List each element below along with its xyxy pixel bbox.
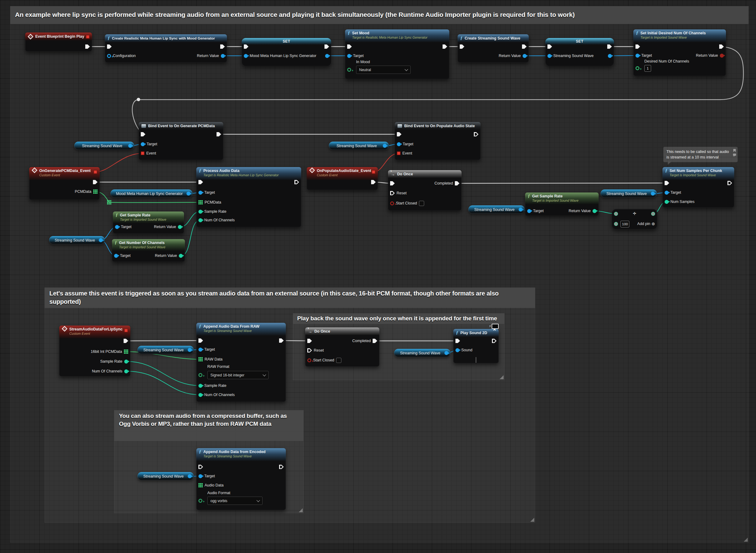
exec-in-pin[interactable]	[547, 43, 552, 51]
node-set-streaming-sound-wave-variable[interactable]: SET Streaming Sound Wave	[545, 38, 614, 66]
node-on-generate-pcmdata-event[interactable]: OnGeneratePCMData_EventCustom Event PCMD…	[29, 167, 100, 200]
raw-format-dropdown[interactable]: Signed 16-bit integer	[207, 371, 269, 379]
node-set-num-samples-per-chunk[interactable]: ƒ Set Num Samples Per ChunkTarget is Imp…	[663, 167, 734, 208]
return-value-pin[interactable]: Return Value	[155, 252, 183, 260]
desired-num-channels-pin[interactable]	[635, 64, 639, 72]
variable-pill-streaming-sound-wave[interactable]: Streaming Sound Wave	[468, 206, 525, 214]
variable-pill-streaming-sound-wave[interactable]: Streaming Sound Wave	[49, 236, 105, 244]
node-bind-event-generate-pcmdata[interactable]: Bind Event to On Generate PCMData Target…	[139, 122, 223, 160]
node-comment-bubble[interactable]: This needs to be called so that audio is…	[663, 147, 738, 162]
object-pin[interactable]	[383, 144, 387, 148]
node-bind-event-populate-audio-state[interactable]: Bind Event to On Populate Audio State Ta…	[395, 122, 481, 160]
node-do-once-1[interactable]: 1→ Do Once Completed Reset Start Closed	[388, 170, 462, 211]
node-expander-chevron[interactable]	[476, 357, 476, 363]
exec-in-pin[interactable]	[665, 179, 669, 187]
dividend-pin[interactable]	[614, 210, 618, 218]
delegate-pin[interactable]	[124, 329, 128, 332]
node-event-begin-play[interactable]: Event Blueprint Begin Play	[25, 32, 92, 52]
completed-pin[interactable]: Completed	[352, 337, 377, 345]
exec-in-pin[interactable]	[244, 43, 249, 51]
audio-format-dropdown[interactable]: ogg vorbis	[207, 497, 263, 505]
reset-pin[interactable]: Reset	[390, 189, 407, 197]
exec-in-pin[interactable]	[198, 463, 203, 471]
node-get-sample-rate-2[interactable]: ƒ Get Sample RateTarget is Imported Soun…	[525, 192, 599, 216]
exec-out-pin[interactable]	[607, 43, 612, 51]
target-pin[interactable]: Target	[347, 52, 364, 60]
exec-in-pin[interactable]	[198, 336, 203, 344]
node-set-initial-desired-num-channels[interactable]: ƒ Set Initial Desired Num Of ChannelsTar…	[633, 29, 726, 76]
pcm16-pin[interactable]: 16bit Int PCMData	[91, 347, 128, 356]
target-pin[interactable]: Target	[198, 472, 215, 480]
exec-in-pin[interactable]	[397, 130, 402, 138]
speech-bubble-icon[interactable]	[733, 154, 736, 156]
object-pin[interactable]	[188, 474, 192, 478]
target-pin[interactable]: Target	[527, 207, 544, 215]
return-value-pin[interactable]: Return Value	[696, 52, 724, 60]
exec-out-pin[interactable]	[442, 43, 447, 51]
delegate-pin[interactable]	[86, 35, 89, 38]
node-process-audio-data[interactable]: ƒ Process Audio DataTarget is Realistic …	[196, 167, 301, 227]
exec-in-pin[interactable]	[390, 179, 395, 187]
exec-out-pin[interactable]	[85, 43, 90, 51]
sample-rate-pin[interactable]: Sample Rate	[198, 382, 226, 390]
configuration-pin[interactable]: Configuration	[107, 52, 136, 60]
exec-in-pin[interactable]	[307, 337, 312, 345]
mood-dropdown[interactable]: Neutral	[356, 66, 411, 74]
value-in-pin[interactable]: Streaming Sound Wave	[547, 52, 594, 60]
node-stream-audio-data-event[interactable]: StreamAudioDataForLipSyncCustom Event 16…	[59, 326, 130, 377]
target-pin[interactable]: Target	[115, 223, 132, 231]
in-mood-pin[interactable]	[347, 66, 351, 74]
exec-out-pin[interactable]	[492, 337, 496, 345]
exec-out-pin[interactable]	[294, 178, 299, 186]
value-out-pin[interactable]	[325, 52, 329, 60]
pcmdata-pin[interactable]: PCMData	[198, 198, 221, 206]
pcmdata-pin[interactable]: PCMData	[75, 187, 97, 195]
target-pin[interactable]: Target	[114, 252, 131, 260]
comment-screen-icon[interactable]: ⚡	[489, 324, 499, 329]
start-closed-checkbox[interactable]	[419, 201, 424, 206]
exec-in-pin[interactable]	[456, 337, 460, 345]
exec-out-pin[interactable]	[279, 336, 284, 344]
variable-pill-streaming-sound-wave[interactable]: Streaming Sound Wave	[394, 349, 451, 357]
sample-rate-pin[interactable]: Sample Rate	[100, 358, 128, 366]
blueprint-canvas[interactable]: An example where lip sync is performed w…	[0, 0, 756, 553]
audio-data-pin[interactable]: Audio Data	[198, 481, 223, 489]
object-pin[interactable]	[128, 144, 132, 148]
value-in-pin[interactable]: Mood Meta Human Lip Sync Generator	[244, 52, 316, 60]
node-get-number-of-channels[interactable]: ƒ Get Number Of ChannelsTarget is Import…	[112, 239, 185, 262]
variable-pill-streaming-sound-wave[interactable]: Streaming Sound Wave	[74, 142, 134, 150]
node-get-sample-rate[interactable]: ƒ Get Sample RateTarget is Imported Soun…	[113, 212, 184, 234]
event-pin[interactable]: Event	[397, 149, 412, 157]
target-pin[interactable]: Target	[635, 52, 652, 60]
node-create-lipsync-generator[interactable]: ƒ Create Realistic Meta Human Lip Sync w…	[105, 34, 227, 63]
variable-pill-streaming-sound-wave[interactable]: Streaming Sound Wave	[329, 142, 389, 150]
delegate-pin[interactable]	[93, 170, 97, 174]
node-create-streaming-sound-wave[interactable]: ƒ Create Streaming Sound Wave Return Val…	[458, 34, 529, 63]
object-pin[interactable]	[444, 351, 449, 355]
return-value-pin[interactable]: Return Value	[499, 52, 527, 60]
object-pin[interactable]	[99, 238, 103, 242]
node-append-audio-data-from-encoded[interactable]: ƒ Append Audio Data from EncodedTarget i…	[196, 448, 286, 510]
target-pin[interactable]: Target	[198, 345, 215, 353]
target-pin[interactable]: Target	[198, 188, 215, 196]
variable-pill-mood-generator[interactable]: Mood Meta Human Lip Sync Generator	[111, 189, 193, 198]
num-samples-pin[interactable]: Num Samples	[665, 198, 695, 206]
exec-in-pin[interactable]	[347, 43, 352, 51]
num-of-channels-pin[interactable]: Num Of Channels	[198, 216, 234, 224]
node-divide[interactable]: ÷ 100 ⊕Add pin	[612, 209, 657, 229]
add-pin-button[interactable]: ⊕Add pin	[637, 220, 655, 228]
exec-out-pin[interactable]	[279, 463, 284, 471]
variable-pill-streaming-sound-wave[interactable]: Streaming Sound Wave	[601, 189, 657, 198]
variable-pill-streaming-sound-wave[interactable]: Streaming Sound Wave	[137, 346, 194, 354]
result-pin[interactable]	[651, 210, 655, 218]
return-value-pin[interactable]: Return Value	[154, 223, 182, 231]
exec-out-pin[interactable]	[371, 178, 376, 186]
sound-pin[interactable]: Sound	[456, 346, 472, 354]
exec-out-pin[interactable]	[124, 337, 128, 345]
node-set-mood-generator-variable[interactable]: SET Mood Meta Human Lip Sync Generator	[242, 38, 331, 66]
value-out-pin[interactable]	[608, 52, 612, 60]
sample-rate-pin[interactable]: Sample Rate	[198, 208, 226, 216]
exec-out-pin[interactable]	[325, 43, 329, 51]
desired-num-channels-input[interactable]: 1	[644, 65, 651, 72]
exec-out-pin[interactable]	[474, 130, 478, 138]
